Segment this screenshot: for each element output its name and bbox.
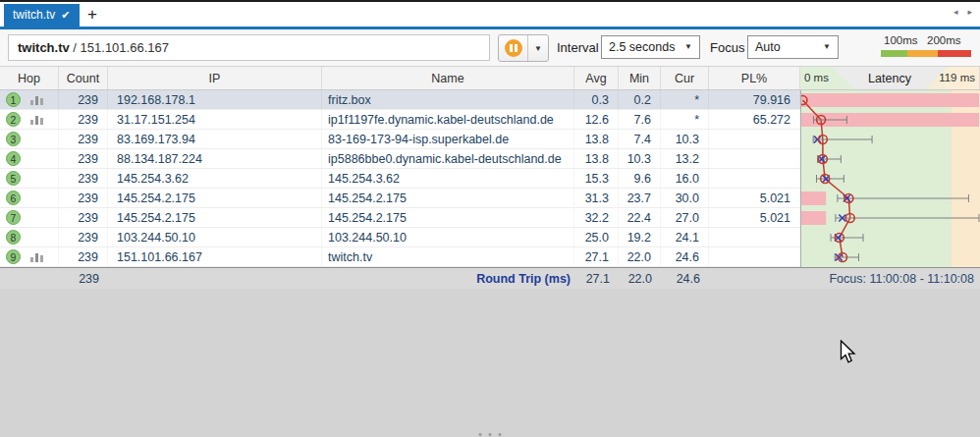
table-row[interactable]: 9239151.101.66.167twitch.tv27.122.024.6 (0, 247, 800, 267)
ip-cell: 145.254.3.62 (108, 169, 322, 188)
hop-number-badge: 1 (6, 92, 21, 107)
target-host: twitch.tv (18, 40, 70, 55)
header-name[interactable]: Name (322, 67, 574, 89)
count-cell: 239 (59, 149, 108, 168)
tab-twitch[interactable]: twitch.tv ✔ (4, 4, 80, 27)
table-row[interactable]: 323983.169.173.9483-169-173-94-isp.super… (0, 130, 800, 149)
hop-number-badge: 2 (6, 112, 21, 127)
hop-cell: 3 (0, 130, 59, 148)
hop-number-badge: 7 (6, 210, 21, 225)
min-cell: 19.2 (619, 228, 661, 246)
hop-cell: 7 (0, 208, 59, 227)
interval-select[interactable]: 2.5 seconds ▼ (601, 35, 700, 59)
min-cell: 10.3 (619, 149, 661, 168)
header-pl[interactable]: PL% (709, 67, 800, 89)
cur-cell: * (661, 110, 709, 129)
table-row[interactable]: 5239145.254.3.62145.254.3.6215.39.616.0 (0, 169, 800, 189)
cur-cell: 24.6 (661, 247, 709, 266)
table-row[interactable]: 423988.134.187.224ip5886bbe0.dynamic.kab… (0, 149, 800, 169)
min-cell: 22.4 (619, 208, 661, 227)
cur-cell: 30.0 (661, 189, 709, 207)
name-cell: twitch.tv (322, 247, 574, 266)
lower-pane (0, 289, 980, 437)
pause-dropdown-button[interactable]: ▼ (528, 35, 548, 61)
ip-cell: 103.244.50.10 (108, 228, 322, 246)
bar-chart-icon (30, 114, 44, 126)
ip-cell: 88.134.187.224 (108, 149, 322, 168)
hop-cell: 2 (0, 110, 59, 129)
name-cell: 145.254.2.175 (322, 208, 574, 227)
hop-number-badge: 6 (6, 191, 21, 205)
focus-value: Auto (755, 40, 781, 54)
pl-cell: 5.021 (709, 189, 800, 207)
target-address-box[interactable]: twitch.tv / 151.101.66.167 (8, 34, 490, 61)
hop-cell: 8 (0, 228, 59, 246)
count-cell: 239 (59, 110, 108, 129)
summary-min: 22.0 (619, 268, 661, 289)
chevron-down-icon: ▼ (823, 36, 831, 58)
hop-number-badge: 4 (6, 151, 21, 166)
toolbar: twitch.tv / 151.101.66.167 ▼ Interval 2.… (0, 29, 980, 67)
table-row[interactable]: 6239145.254.2.175145.254.2.17531.323.730… (0, 189, 800, 208)
header-min[interactable]: Min (619, 67, 661, 89)
min-cell: 22.0 (619, 247, 661, 266)
count-cell: 239 (59, 169, 108, 188)
check-icon: ✔ (61, 4, 70, 27)
legend-green-segment (881, 50, 907, 57)
summary-hop-cell (0, 268, 59, 289)
legend-100ms-label: 100ms (884, 34, 918, 46)
packet-loss-bar (801, 191, 826, 205)
count-cell: 239 (59, 247, 108, 266)
tab-scroll-arrows: ◂ ▸ (953, 7, 972, 17)
header-latency[interactable]: 0 ms Latency 119 ms (800, 67, 980, 89)
pl-cell (709, 228, 800, 246)
summary-ip-cell (108, 268, 322, 289)
pl-cell: 79.916 (709, 90, 800, 109)
name-cell: ip5886bbe0.dynamic.kabel-deutschland.de (322, 149, 574, 168)
round-trip-label: Round Trip (ms) (322, 268, 574, 289)
table-row[interactable]: 7239145.254.2.175145.254.2.17532.222.427… (0, 208, 800, 228)
interval-value: 2.5 seconds (609, 40, 675, 54)
min-cell: 23.7 (619, 189, 661, 207)
hop-table-body: 1239192.168.178.1fritz.box0.30.2*79.9162… (0, 90, 800, 267)
target-ip: 151.101.66.167 (81, 40, 169, 55)
tab-label: twitch.tv (13, 4, 55, 27)
hop-number-badge: 3 (6, 132, 21, 146)
new-tab-button[interactable]: + (81, 2, 104, 27)
pl-cell (709, 169, 800, 188)
pause-icon (505, 39, 522, 57)
summary-count: 239 (59, 268, 108, 289)
latency-title: Latency (832, 67, 948, 89)
pl-cell (709, 247, 800, 266)
ip-cell: 31.17.151.254 (108, 110, 322, 129)
count-cell: 239 (59, 130, 108, 148)
table-row[interactable]: 8239103.244.50.10103.244.50.1025.019.224… (0, 228, 800, 247)
tab-scroll-left-icon[interactable]: ◂ (953, 7, 958, 17)
pause-button[interactable] (499, 35, 528, 61)
pane-splitter-handle[interactable] (479, 433, 502, 436)
header-count[interactable]: Count (59, 67, 108, 89)
count-cell: 239 (59, 189, 108, 207)
ip-cell: 83.169.173.94 (108, 130, 322, 148)
target-separator: / (70, 40, 81, 55)
header-hop[interactable]: Hop (0, 67, 59, 89)
hop-cell: 4 (0, 149, 59, 168)
legend-200ms-label: 200ms (927, 34, 961, 46)
legend-red-segment (938, 50, 971, 57)
bar-chart-icon (30, 94, 44, 106)
tab-scroll-right-icon[interactable]: ▸ (967, 7, 972, 17)
min-cell: 7.4 (619, 130, 661, 148)
focus-select[interactable]: Auto ▼ (747, 35, 839, 59)
avg-cell: 13.8 (574, 149, 619, 168)
hop-cell: 5 (0, 169, 59, 188)
header-cur[interactable]: Cur (661, 67, 709, 89)
latency-graph-column (800, 90, 980, 267)
table-row[interactable]: 1239192.168.178.1fritz.box0.30.2*79.916 (0, 90, 800, 110)
min-cell: 7.6 (619, 110, 661, 129)
header-ip[interactable]: IP (108, 67, 322, 89)
legend-amber-segment (907, 50, 938, 57)
table-row[interactable]: 223931.17.151.254ip1f1197fe.dynamic.kabe… (0, 110, 800, 130)
tab-bar: twitch.tv ✔ + ◂ ▸ (0, 2, 980, 27)
header-avg[interactable]: Avg (574, 67, 619, 89)
avg-cell: 31.3 (574, 189, 619, 207)
